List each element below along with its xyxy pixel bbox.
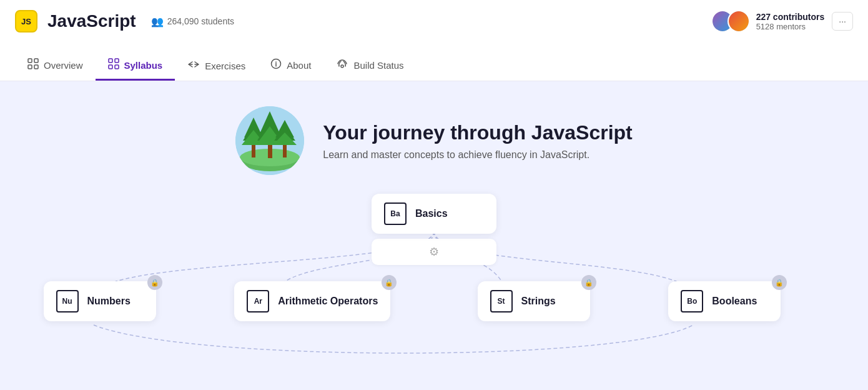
svg-rect-21 — [283, 145, 287, 158]
header: JS JavaScript 👥 264,090 students 227 — [0, 0, 868, 81]
nav-build-status-label: Build Status — [353, 60, 403, 71]
nav-exercises[interactable]: Exercises — [175, 53, 258, 81]
numbers-badge: Nu — [56, 290, 79, 312]
hero-subtitle: Learn and master concepts to achieve flu… — [323, 149, 632, 161]
hero-illustration — [235, 106, 304, 175]
nav-syllabus-label: Syllabus — [124, 60, 163, 71]
avatar-stack — [711, 10, 750, 32]
basics-badge: Ba — [384, 202, 407, 225]
nav-syllabus[interactable]: Syllabus — [96, 52, 175, 81]
nav-about[interactable]: About — [258, 52, 323, 81]
hero-text: Your journey through JavaScript Learn an… — [323, 121, 632, 161]
svg-rect-3 — [34, 65, 38, 69]
numbers-label: Numbers — [87, 296, 131, 307]
svg-rect-7 — [115, 65, 119, 69]
main-content: Your journey through JavaScript Learn an… — [0, 81, 868, 390]
nav-exercises-label: Exercises — [205, 61, 245, 71]
basics-card[interactable]: Ba Basics — [372, 194, 496, 234]
about-icon — [270, 58, 282, 72]
strings-badge: St — [490, 290, 513, 312]
node-numbers[interactable]: 🔒 Nu Numbers — [44, 281, 156, 321]
basics-sub-card[interactable]: ⚙ — [372, 239, 496, 265]
basics-label: Basics — [415, 208, 448, 219]
strings-card[interactable]: 🔒 St Strings — [478, 281, 590, 321]
contributors-section: 227 contributors 5128 mentors — [711, 10, 825, 32]
svg-rect-4 — [109, 59, 112, 62]
strings-label: Strings — [521, 296, 556, 307]
students-icon: 👥 — [151, 16, 164, 28]
nav-about-label: About — [287, 60, 311, 71]
svg-rect-1 — [34, 59, 38, 62]
arithmetic-card[interactable]: 🔒 Ar Arithmetic Operators — [234, 281, 390, 321]
syllabus-icon — [108, 58, 119, 72]
exercises-icon — [187, 59, 200, 72]
students-label: 264,090 students — [167, 16, 234, 26]
students-count: 👥 264,090 students — [151, 16, 234, 28]
node-booleans[interactable]: 🔒 Bo Booleans — [668, 281, 781, 321]
mentors-count: 5128 mentors — [756, 22, 825, 31]
nav-build-status[interactable]: Build Status — [323, 52, 416, 81]
svg-point-9 — [341, 65, 343, 68]
syllabus-tree: Ba Basics ⚙ 🔒 Nu Numbers 🔒 Ar Arithmetic… — [0, 194, 868, 381]
overview-icon — [27, 58, 39, 72]
more-button[interactable]: ··· — [832, 12, 853, 31]
hero-title: Your journey through JavaScript — [323, 121, 632, 144]
contributors-text: 227 contributors 5128 mentors — [756, 12, 825, 31]
settings-icon: ⚙ — [429, 245, 439, 259]
nav-overview-label: Overview — [44, 60, 83, 71]
svg-rect-0 — [28, 59, 32, 62]
nav-overview[interactable]: Overview — [15, 52, 96, 81]
svg-rect-2 — [28, 65, 32, 69]
avatar-2 — [727, 10, 750, 32]
header-top: JS JavaScript 👥 264,090 students 227 — [15, 0, 853, 32]
arithmetic-label: Arithmetic Operators — [278, 296, 378, 307]
booleans-label: Booleans — [712, 296, 757, 307]
app-title: JavaScript — [47, 11, 136, 31]
strings-lock: 🔒 — [581, 275, 596, 290]
node-arithmetic[interactable]: 🔒 Ar Arithmetic Operators — [234, 281, 390, 321]
contributors-count: 227 contributors — [756, 12, 825, 22]
node-strings[interactable]: 🔒 St Strings — [478, 281, 590, 321]
hero-section: Your journey through JavaScript Learn an… — [0, 106, 868, 175]
booleans-lock: 🔒 — [772, 275, 787, 290]
numbers-card[interactable]: 🔒 Nu Numbers — [44, 281, 156, 321]
svg-rect-5 — [115, 59, 119, 62]
header-right: 227 contributors 5128 mentors ··· — [711, 10, 853, 32]
arithmetic-lock: 🔒 — [382, 275, 397, 290]
svg-rect-6 — [109, 65, 112, 69]
build-status-icon — [336, 58, 348, 72]
arithmetic-badge: Ar — [247, 290, 269, 312]
booleans-card[interactable]: 🔒 Bo Booleans — [668, 281, 781, 321]
app-logo: JS — [15, 10, 37, 32]
svg-rect-13 — [252, 145, 255, 158]
numbers-lock: 🔒 — [147, 275, 162, 290]
node-basics[interactable]: Ba Basics ⚙ — [372, 194, 496, 265]
navigation: Overview Syllabus Exercises — [15, 52, 853, 81]
booleans-badge: Bo — [681, 290, 703, 312]
